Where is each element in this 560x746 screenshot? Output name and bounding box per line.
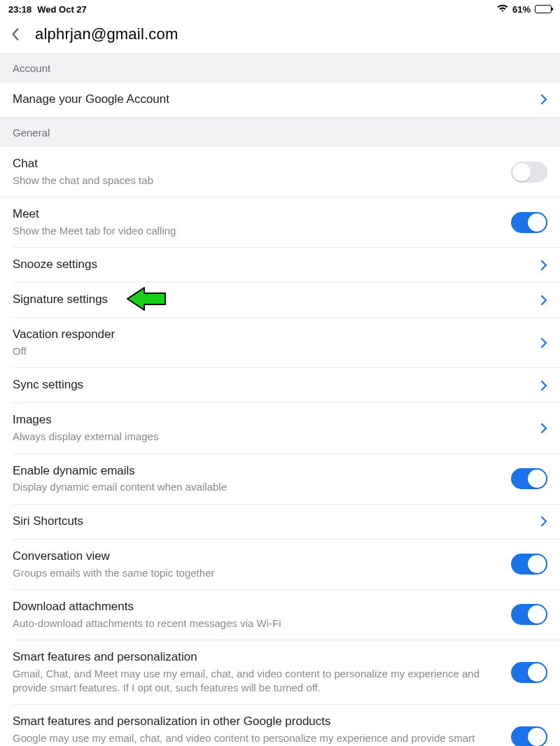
row-vacation[interactable]: Vacation responder Off bbox=[13, 318, 560, 368]
row-title: Images bbox=[13, 412, 528, 428]
status-time: 23:18 bbox=[8, 4, 31, 15]
back-button[interactable] bbox=[11, 27, 20, 42]
row-sync[interactable]: Sync settings bbox=[13, 368, 560, 403]
chevron-right-icon bbox=[540, 260, 547, 271]
row-subtitle: Google may use my email, chat, and video… bbox=[13, 731, 498, 746]
row-subtitle: Show the Meet tab for video calling bbox=[13, 224, 498, 238]
row-title: Smart features and personalization bbox=[13, 649, 498, 666]
row-subtitle: Always display external images bbox=[13, 430, 528, 444]
page-title: alphrjan@gmail.com bbox=[35, 25, 178, 43]
row-title: Smart features and personalization in ot… bbox=[13, 714, 498, 730]
section-account: Account bbox=[0, 53, 560, 83]
row-subtitle: Auto-download attachments to recent mess… bbox=[13, 617, 498, 631]
row-subtitle: Gmail, Chat, and Meet may use my email, … bbox=[13, 667, 498, 696]
row-title: Enable dynamic emails bbox=[13, 463, 498, 479]
toggle-chat[interactable] bbox=[511, 162, 547, 183]
row-conversation-view[interactable]: Conversation view Groups emails with the… bbox=[13, 540, 560, 590]
battery-percent: 61% bbox=[512, 4, 531, 15]
row-smart-features-other[interactable]: Smart features and personalization in ot… bbox=[13, 705, 560, 746]
wifi-icon bbox=[497, 4, 508, 15]
toggle-smart-features[interactable] bbox=[511, 662, 547, 683]
row-subtitle: Display dynamic email content when avail… bbox=[13, 480, 498, 494]
toggle-smart-features-other[interactable] bbox=[511, 726, 547, 746]
row-snooze[interactable]: Snooze settings bbox=[13, 248, 560, 283]
chevron-right-icon bbox=[540, 516, 547, 527]
chevron-right-icon bbox=[540, 94, 547, 105]
chevron-right-icon bbox=[540, 295, 547, 306]
row-title: Snooze settings bbox=[13, 257, 528, 273]
row-title: Signature settings bbox=[13, 292, 528, 308]
toggle-meet[interactable] bbox=[511, 212, 547, 233]
row-signature[interactable]: Signature settings bbox=[13, 283, 560, 318]
chevron-right-icon bbox=[540, 337, 547, 349]
toggle-conversation-view[interactable] bbox=[511, 554, 547, 575]
row-title: Manage your Google Account bbox=[13, 92, 528, 108]
row-title: Conversation view bbox=[13, 549, 498, 565]
row-title: Vacation responder bbox=[13, 327, 528, 343]
row-title: Meet bbox=[13, 206, 498, 223]
status-bar: 23:18 Wed Oct 27 61% bbox=[0, 0, 560, 18]
row-title: Siri Shortcuts bbox=[13, 514, 528, 530]
row-siri-shortcuts[interactable]: Siri Shortcuts bbox=[13, 505, 560, 540]
row-manage-account[interactable]: Manage your Google Account bbox=[0, 83, 560, 118]
toggle-dynamic-emails[interactable] bbox=[511, 468, 547, 489]
chevron-right-icon bbox=[540, 423, 547, 434]
status-date: Wed Oct 27 bbox=[37, 4, 87, 15]
row-subtitle: Groups emails with the same topic togeth… bbox=[13, 566, 498, 580]
nav-header: alphrjan@gmail.com bbox=[0, 18, 560, 53]
row-meet[interactable]: Meet Show the Meet tab for video calling bbox=[13, 197, 560, 248]
row-download-attachments[interactable]: Download attachments Auto-download attac… bbox=[13, 590, 560, 640]
row-title: Download attachments bbox=[13, 599, 498, 615]
row-title: Sync settings bbox=[13, 377, 528, 393]
row-dynamic-emails[interactable]: Enable dynamic emails Display dynamic em… bbox=[13, 454, 560, 505]
row-chat[interactable]: Chat Show the chat and spaces tab bbox=[0, 147, 560, 197]
toggle-download-attachments[interactable] bbox=[511, 604, 547, 625]
row-subtitle: Off bbox=[13, 344, 528, 358]
row-images[interactable]: Images Always display external images bbox=[13, 403, 560, 453]
battery-icon bbox=[535, 5, 552, 13]
chevron-right-icon bbox=[540, 380, 547, 391]
row-title: Chat bbox=[13, 156, 498, 172]
row-subtitle: Show the chat and spaces tab bbox=[13, 174, 498, 188]
row-smart-features[interactable]: Smart features and personalization Gmail… bbox=[13, 640, 560, 705]
section-general: General bbox=[0, 118, 560, 147]
